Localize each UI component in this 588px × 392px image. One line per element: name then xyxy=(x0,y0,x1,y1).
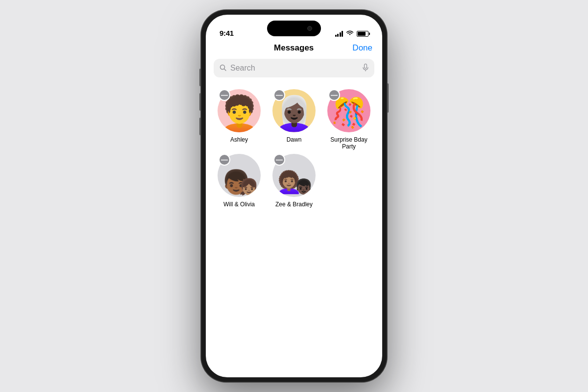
nav-bar: Messages Done xyxy=(206,41,382,59)
search-container: Search xyxy=(206,59,382,85)
contact-name-ashley: Ashley xyxy=(230,136,248,143)
remove-badge-will-olivia[interactable] xyxy=(219,154,230,166)
mic-icon xyxy=(363,64,368,73)
contact-item-dawn[interactable]: 👩🏿‍🦳 Dawn xyxy=(269,89,319,150)
phone-screen: 9:41 xyxy=(206,15,382,377)
search-icon xyxy=(220,64,226,73)
remove-badge-zee-bradley[interactable] xyxy=(273,154,285,166)
camera-dot xyxy=(307,26,312,31)
remove-badge-party[interactable] xyxy=(328,89,340,101)
status-icons xyxy=(335,30,369,37)
svg-line-1 xyxy=(224,69,226,71)
contact-item-surprise-party[interactable]: 🎊 Surprise Bday Party xyxy=(323,89,374,150)
phone-frame: 9:41 xyxy=(201,10,387,382)
done-button[interactable]: Done xyxy=(352,43,372,53)
contact-name-will-olivia: Will & Olivia xyxy=(223,201,255,208)
dynamic-island xyxy=(267,21,321,36)
search-placeholder: Search xyxy=(230,64,359,73)
battery-icon xyxy=(357,31,368,37)
contact-name-zee-bradley: Zee & Bradley xyxy=(275,201,313,208)
remove-badge-dawn[interactable] xyxy=(273,89,285,101)
contact-item-will-olivia[interactable]: 👦🏾 👧🏽 Will & Olivia xyxy=(214,154,265,208)
contact-name-dawn: Dawn xyxy=(287,136,302,143)
signal-icon xyxy=(335,31,343,37)
contacts-grid: 🧑‍🦱 Ashley 👩🏿‍🦳 Dawn xyxy=(206,85,382,212)
nav-title: Messages xyxy=(235,43,352,53)
search-bar[interactable]: Search xyxy=(214,59,374,77)
contact-item-zee-bradley[interactable]: 👩🏽‍🦱 👦🏿 Zee & Bradley xyxy=(269,154,319,208)
contact-item-ashley[interactable]: 🧑‍🦱 Ashley xyxy=(214,89,265,150)
contact-name-party: Surprise Bday Party xyxy=(323,136,374,150)
svg-rect-2 xyxy=(365,64,367,68)
wifi-icon xyxy=(346,30,354,37)
status-time: 9:41 xyxy=(220,29,234,37)
remove-badge-ashley[interactable] xyxy=(219,89,230,101)
